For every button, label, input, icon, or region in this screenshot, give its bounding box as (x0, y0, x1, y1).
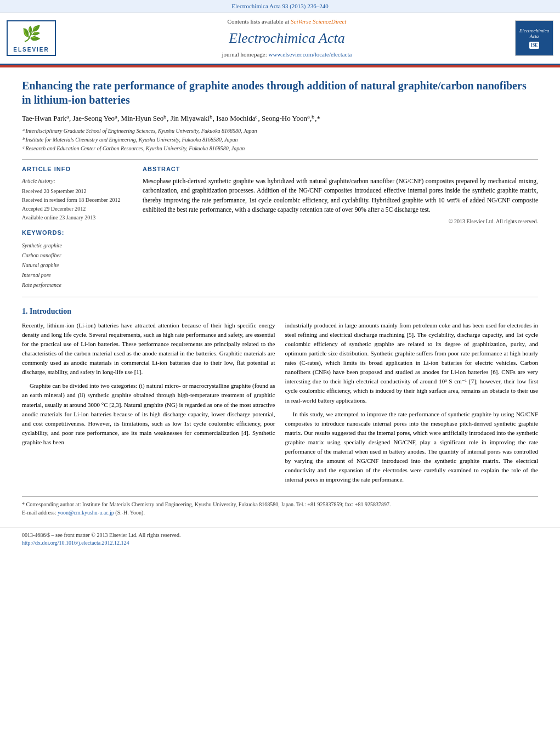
corresponding-author-note: * Corresponding author at: Institute for… (22, 500, 538, 508)
introduction-body: Recently, lithium-ion (Li-ion) batteries… (22, 321, 538, 489)
journal-title-block: Contents lists available at SciVerse Sci… (64, 18, 510, 59)
journal-name: Electrochimica Acta (64, 29, 510, 48)
header-divider (22, 159, 538, 160)
keywords-list: Synthetic graphite Carbon nanofiber Natu… (22, 241, 132, 290)
elsevier-logo: 🌿 ELSEVIER (7, 20, 56, 56)
doi-link[interactable]: http://dx.doi.org/10.1016/j.electacta.20… (22, 540, 129, 546)
ea-logo-text: ElectrochimicaActa (519, 28, 550, 40)
received-revised-date: Received in revised form 18 December 201… (22, 197, 120, 203)
journal-logo-right: ElectrochimicaActa ISE (515, 20, 553, 56)
elsevier-label: ELSEVIER (13, 46, 49, 54)
homepage-line: journal homepage: www.elsevier.com/locat… (64, 50, 510, 59)
ise-badge: ISE (529, 42, 540, 49)
bottom-bar: 0013-4686/$ – see front matter © 2013 El… (0, 528, 560, 550)
main-content: Enhancing the rate performance of graphi… (0, 67, 560, 528)
intro-para-2: Graphite can be divided into two categor… (22, 381, 275, 446)
intro-left-col: Recently, lithium-ion (Li-ion) batteries… (22, 321, 275, 489)
intro-para-4: In this study, we attempted to improve t… (285, 410, 539, 484)
affiliation-a: ᵃ Interdisciplinary Graduate School of E… (22, 127, 538, 135)
affiliations: ᵃ Interdisciplinary Graduate School of E… (22, 127, 538, 152)
sciverse-link[interactable]: SciVerse ScienceDirect (291, 18, 346, 25)
keyword-2: Natural graphite (22, 262, 59, 268)
issue-info: Electrochimica Acta 93 (2013) 236–240 (231, 3, 329, 9)
copyright-line: © 2013 Elsevier Ltd. All rights reserved… (143, 218, 538, 225)
section-number: 1. (22, 307, 28, 315)
authors: Tae-Hwan Parkᵃ, Jae-Seong Yeoᵃ, Min-Hyun… (22, 114, 538, 123)
keyword-3: Internal pore (22, 272, 51, 278)
abstract-col: ABSTRACT Mesophase pitch-derived synthet… (143, 165, 538, 290)
keywords-section-label: Keywords: (22, 229, 132, 237)
article-info-abstract-row: ARTICLE INFO Article history: Received 2… (22, 165, 538, 290)
keywords-block: Keywords: Synthetic graphite Carbon nano… (22, 229, 132, 290)
affiliation-c: ᶜ Research and Education Center of Carbo… (22, 144, 538, 152)
intro-para-3: industrially produced in large amounts m… (285, 321, 539, 405)
keyword-1: Carbon nanofiber (22, 252, 61, 258)
email-link[interactable]: yoon@cm.kyushu-u.ac.jp (58, 510, 114, 516)
keyword-0: Synthetic graphite (22, 242, 62, 248)
abstract-label: ABSTRACT (143, 165, 538, 173)
abstract-text: Mesophase pitch-derived synthetic graphi… (143, 177, 538, 214)
keyword-4: Rate performance (22, 282, 61, 288)
article-info-col: ARTICLE INFO Article history: Received 2… (22, 165, 132, 290)
section-title: Introduction (30, 307, 71, 315)
authors-text: Tae-Hwan Parkᵃ, Jae-Seong Yeoᵃ, Min-Hyun… (22, 114, 320, 122)
logo-decoration: 🌿 (22, 23, 41, 44)
received-date: Received 20 September 2012 (22, 188, 86, 194)
doi-line: http://dx.doi.org/10.1016/j.electacta.20… (22, 539, 538, 547)
article-info-label: ARTICLE INFO (22, 165, 132, 173)
available-date: Available online 23 January 2013 (22, 214, 95, 220)
footnote-area: * Corresponding author at: Institute for… (22, 496, 538, 517)
email-note: E-mail address: yoon@cm.kyushu-u.ac.jp (… (22, 508, 538, 517)
accepted-date: Accepted 29 December 2012 (22, 206, 86, 212)
intro-right-col: industrially produced in large amounts m… (285, 321, 539, 489)
contents-line: Contents lists available at SciVerse Sci… (64, 18, 510, 26)
top-article-bar: Electrochimica Acta 93 (2013) 236–240 (0, 0, 560, 13)
homepage-link[interactable]: www.elsevier.com/locate/electacta (268, 51, 352, 58)
article-title: Enhancing the rate performance of graphi… (22, 78, 538, 107)
intro-para-1: Recently, lithium-ion (Li-ion) batteries… (22, 321, 275, 377)
journal-header: 🌿 ELSEVIER Contents lists available at S… (0, 13, 560, 65)
article-history: Article history: Received 20 September 2… (22, 177, 132, 222)
section-divider (22, 297, 538, 297)
affiliation-b: ᵇ Institute for Materials Chemistry and … (22, 135, 538, 144)
history-label: Article history: (22, 177, 132, 185)
issn-line: 0013-4686/$ – see front matter © 2013 El… (22, 531, 538, 539)
introduction-heading: 1. Introduction (22, 306, 538, 317)
introduction-section: 1. Introduction Recently, lithium-ion (L… (22, 306, 538, 489)
